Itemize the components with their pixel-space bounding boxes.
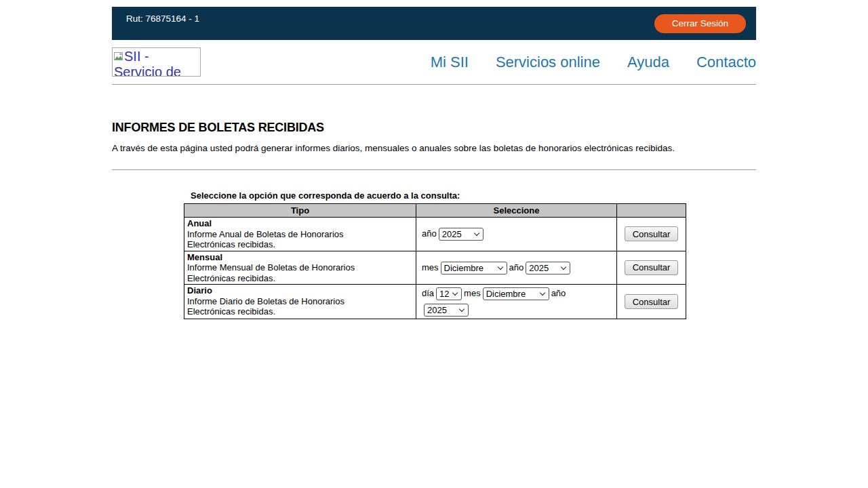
page-title: INFORMES DE BOLETAS RECIBIDAS xyxy=(112,121,756,135)
mensual-month-select[interactable]: Diciembre xyxy=(441,262,507,274)
page-description: A través de esta página usted podrá gene… xyxy=(112,143,756,153)
chevron-down-icon xyxy=(452,290,458,296)
row-title-anual: Anual xyxy=(187,218,413,229)
consultar-mensual-button[interactable]: Consultar xyxy=(625,260,678,275)
nav-link-ayuda[interactable]: Ayuda xyxy=(627,54,669,71)
content-divider xyxy=(112,169,756,170)
diario-day-label: día xyxy=(422,288,434,298)
chevron-down-icon xyxy=(473,230,479,236)
chevron-down-icon xyxy=(539,290,545,296)
diario-year-select[interactable]: 2025 xyxy=(424,304,469,317)
row-description-mensual: Informe Mensual de Boletas de Honorarios… xyxy=(187,262,391,283)
chevron-down-icon xyxy=(561,264,566,270)
nav-link-contacto[interactable]: Contacto xyxy=(696,54,756,71)
mensual-month-label: mes xyxy=(422,262,439,272)
form-instruction: Seleccione la opción que corresponda de … xyxy=(191,190,756,201)
logo-alt-text: SII - Servicio de xyxy=(114,49,181,77)
report-form-section: Seleccione la opción que corresponda de … xyxy=(184,190,756,319)
header-seleccione: Seleccione xyxy=(416,204,617,218)
header-tipo: Tipo xyxy=(184,204,416,218)
diario-month-label: mes xyxy=(464,288,481,298)
report-options-table: Tipo Seleccione Anual Informe Anual de B… xyxy=(184,203,686,319)
diario-year-label: año xyxy=(551,288,566,298)
row-title-diario: Diario xyxy=(187,285,413,296)
main-nav: Mi SII Servicios online Ayuda Contacto xyxy=(431,54,756,71)
nav-link-servicios-online[interactable]: Servicios online xyxy=(496,54,600,71)
page-container: Rut: 76875164 - 1 Cerrar Sesión SII - Se… xyxy=(112,7,756,319)
session-topbar: Rut: 76875164 - 1 Cerrar Sesión xyxy=(112,7,756,40)
mensual-year-label: año xyxy=(509,262,524,272)
consultar-anual-button[interactable]: Consultar xyxy=(625,226,678,241)
sii-logo-link[interactable]: SII - Servicio de xyxy=(112,47,201,77)
anual-year-label: año xyxy=(422,228,437,239)
nav-link-mi-sii[interactable]: Mi SII xyxy=(431,54,469,71)
chevron-down-icon xyxy=(459,306,465,312)
table-row-diario: Diario Informe Diario de Boletas de Hono… xyxy=(184,285,686,319)
diario-month-select[interactable]: Diciembre xyxy=(483,287,549,300)
header-divider xyxy=(112,84,756,85)
chevron-down-icon xyxy=(497,264,502,270)
header-action xyxy=(617,204,686,218)
diario-day-select[interactable]: 12 xyxy=(436,287,462,300)
row-title-mensual: Mensual xyxy=(187,252,413,263)
mensual-year-select[interactable]: 2025 xyxy=(526,262,570,274)
site-header: SII - Servicio de Mi SII Servicios onlin… xyxy=(112,40,756,84)
logout-button[interactable]: Cerrar Sesión xyxy=(654,14,746,33)
table-row-mensual: Mensual Informe Mensual de Boletas de Ho… xyxy=(184,251,686,285)
consultar-diario-button[interactable]: Consultar xyxy=(625,294,678,309)
table-header-row: Tipo Seleccione xyxy=(184,204,686,218)
anual-year-select[interactable]: 2025 xyxy=(439,228,484,241)
rut-label: Rut: 76875164 - 1 xyxy=(126,14,199,24)
row-description-anual: Informe Anual de Boletas de Honorarios E… xyxy=(187,229,391,250)
broken-image-icon xyxy=(114,49,123,64)
row-description-diario: Informe Diario de Boletas de Honorarios … xyxy=(187,296,391,317)
table-row-anual: Anual Informe Anual de Boletas de Honora… xyxy=(184,218,686,251)
